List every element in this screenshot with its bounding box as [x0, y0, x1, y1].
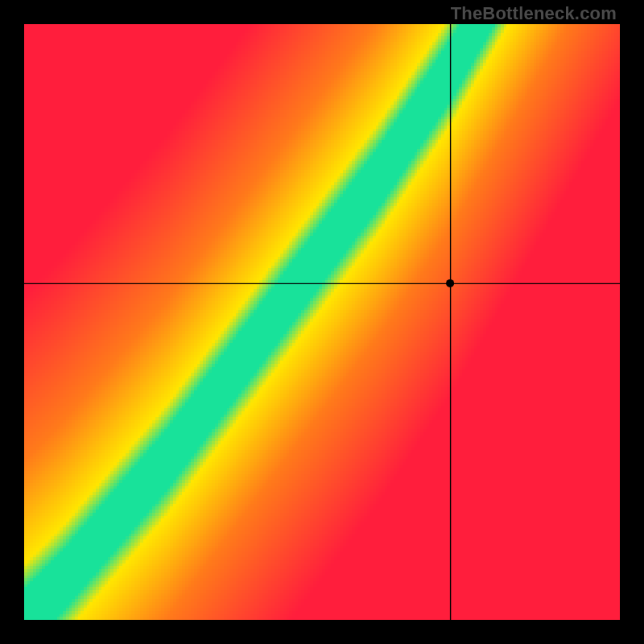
chart-frame: TheBottleneck.com [0, 0, 644, 644]
watermark-text: TheBottleneck.com [451, 3, 617, 24]
bottleneck-heatmap [24, 24, 620, 620]
